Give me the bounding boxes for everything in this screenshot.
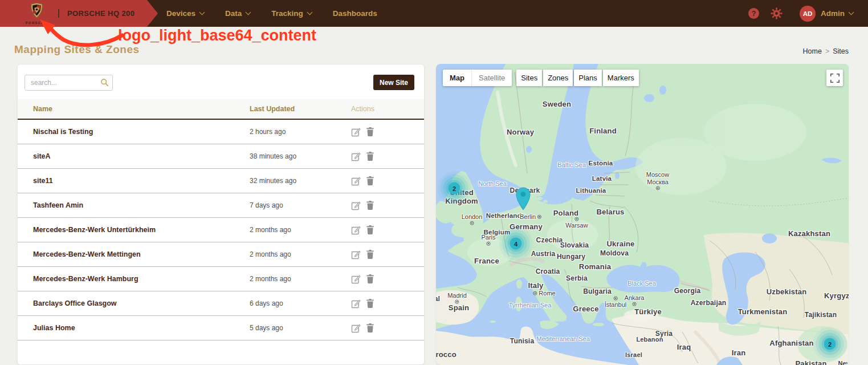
site-name: Julias Home	[33, 324, 250, 332]
site-name: Mercedes-Benz-Werk Hamburg	[33, 275, 250, 283]
site-last-updated: 7 days ago	[250, 201, 351, 209]
map-layer-button-zones[interactable]: Zones	[543, 70, 573, 86]
edit-icon[interactable]	[351, 299, 361, 309]
map-type-map-button[interactable]: Map	[443, 70, 471, 86]
table-row: Mercedes-Benz-Werk Untertürkheim2 months…	[18, 218, 424, 242]
edit-icon[interactable]	[351, 152, 361, 161]
chevron-down-icon	[246, 10, 251, 15]
row-actions	[351, 250, 424, 259]
settings-gear-icon[interactable]	[771, 7, 783, 19]
user-menu[interactable]: Admin	[821, 9, 853, 18]
help-icon[interactable]: ?	[748, 8, 759, 19]
fullscreen-button[interactable]	[826, 70, 843, 86]
map-pin-marker[interactable]	[515, 187, 531, 212]
delete-trash-icon[interactable]	[366, 274, 374, 283]
table-row: Julias Home5 days ago	[18, 316, 424, 340]
breadcrumb-home[interactable]: Home	[803, 47, 822, 55]
column-header-name: Name	[33, 105, 250, 113]
table-row: Mercedes-Benz-Werk Mettingen2 months ago	[18, 242, 424, 267]
site-name: siteA	[33, 152, 250, 160]
site-name: Nischal is Testing	[33, 128, 250, 136]
table-row: Nischal is Testing2 hours ago	[18, 120, 424, 144]
row-actions	[351, 299, 424, 309]
row-actions	[351, 127, 424, 137]
table-row: Barclays Office Glasgow6 days ago	[18, 291, 424, 316]
map-layer-button-sites[interactable]: Sites	[516, 70, 542, 86]
sites-table-body: Nischal is Testing2 hours agositeA38 min…	[18, 120, 424, 340]
map-type-satellite-button[interactable]: Satellite	[471, 70, 512, 86]
nav-item-tracking[interactable]: Tracking	[271, 9, 312, 18]
site-last-updated: 6 days ago	[250, 299, 351, 307]
edit-icon[interactable]	[351, 201, 361, 210]
delete-trash-icon[interactable]	[366, 152, 374, 161]
row-actions	[351, 225, 424, 235]
map-panel: SwedenNorwayFinlandBaltic SeaEstoniaLatv…	[436, 64, 849, 365]
brand-divider	[58, 9, 59, 18]
delete-trash-icon[interactable]	[366, 323, 374, 332]
search-input[interactable]	[25, 75, 113, 91]
map-cluster-marker[interactable]: 4	[510, 238, 522, 250]
nav-item-data[interactable]: Data	[225, 9, 250, 18]
sites-panel: New Site Name Last Updated Actions Nisch…	[17, 64, 425, 365]
row-actions	[351, 323, 424, 333]
delete-trash-icon[interactable]	[366, 250, 374, 259]
delete-trash-icon[interactable]	[366, 176, 374, 185]
row-actions	[351, 152, 424, 161]
table-row: siteA38 minutes ago	[18, 144, 424, 169]
new-site-button[interactable]: New Site	[373, 75, 414, 90]
map-base-layer	[436, 64, 849, 365]
main-nav: DevicesDataTrackingDashboards	[166, 0, 377, 27]
page-title: Mapping Sites & Zones	[14, 43, 140, 56]
table-header: Name Last Updated Actions	[18, 99, 424, 120]
nav-item-devices[interactable]: Devices	[166, 9, 204, 18]
site-name: Barclays Office Glasgow	[33, 299, 250, 307]
edit-icon[interactable]	[351, 274, 361, 284]
table-row: Mercedes-Benz-Werk Hamburg2 months ago	[18, 267, 424, 291]
search-icon	[100, 78, 109, 89]
top-navbar: PORSCHE PORSCHE HQ 200 DevicesDataTracki…	[0, 0, 868, 27]
table-row: Tashfeen Amin7 days ago	[18, 193, 424, 218]
chevron-down-icon	[849, 10, 854, 15]
site-last-updated: 2 months ago	[250, 275, 351, 283]
delete-trash-icon[interactable]	[366, 225, 374, 234]
chevron-down-icon	[307, 10, 312, 15]
porsche-logo[interactable]: PORSCHE	[21, 3, 52, 25]
site-name: Mercedes-Benz-Werk Mettingen	[33, 250, 250, 258]
site-name: Tashfeen Amin	[33, 201, 250, 209]
map-layer-button-plans[interactable]: Plans	[574, 70, 602, 86]
edit-icon[interactable]	[351, 250, 361, 259]
annotation-label: logo_light_base64_content	[118, 27, 316, 44]
nav-item-dashboards[interactable]: Dashboards	[333, 9, 377, 18]
brand-title: PORSCHE HQ 200	[67, 0, 135, 27]
chevron-down-icon	[199, 10, 205, 15]
porsche-crest-icon	[30, 3, 43, 18]
nav-item-label: Tracking	[271, 9, 303, 18]
map-cluster-marker[interactable]: 2	[824, 338, 836, 350]
map-type-controls: Map Satellite SitesZonesPlansMarkers	[443, 70, 639, 86]
delete-trash-icon[interactable]	[366, 127, 374, 136]
table-row: site1132 minutes ago	[18, 169, 424, 193]
brand-section: PORSCHE PORSCHE HQ 200	[0, 0, 160, 27]
row-actions	[351, 274, 424, 284]
edit-icon[interactable]	[351, 127, 361, 137]
breadcrumb: Home > Sites	[803, 47, 849, 55]
site-name: site11	[33, 177, 250, 185]
nav-item-label: Devices	[166, 9, 195, 18]
map-cluster-marker[interactable]: 2	[449, 182, 461, 194]
breadcrumb-separator: >	[825, 47, 829, 55]
edit-icon[interactable]	[351, 225, 361, 235]
site-last-updated: 38 minutes ago	[250, 152, 351, 160]
map-layer-button-markers[interactable]: Markers	[603, 70, 639, 86]
map-canvas[interactable]: SwedenNorwayFinlandBaltic SeaEstoniaLatv…	[436, 64, 849, 365]
nav-item-label: Data	[225, 9, 242, 18]
column-header-last-updated: Last Updated	[250, 105, 351, 113]
app-root: PORSCHE PORSCHE HQ 200 DevicesDataTracki…	[0, 0, 868, 365]
delete-trash-icon[interactable]	[366, 201, 374, 210]
edit-icon[interactable]	[351, 176, 361, 186]
delete-trash-icon[interactable]	[366, 299, 374, 308]
breadcrumb-current: Sites	[833, 47, 849, 55]
user-avatar[interactable]: AD	[800, 6, 816, 22]
map-layer-buttons: SitesZonesPlansMarkers	[516, 70, 639, 86]
edit-icon[interactable]	[351, 323, 361, 333]
user-menu-label: Admin	[821, 9, 845, 18]
